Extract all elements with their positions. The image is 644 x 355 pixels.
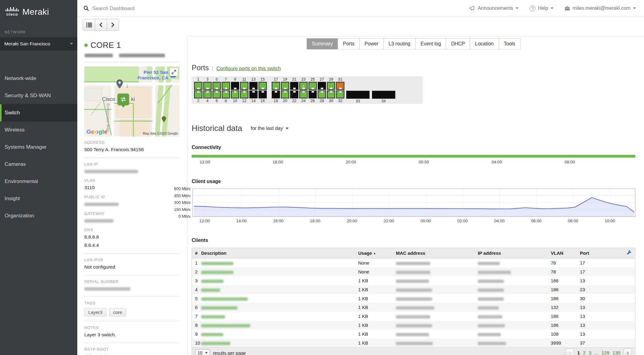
- client-description-link-redacted[interactable]: [201, 280, 224, 283]
- device-location-marker[interactable]: [117, 94, 129, 105]
- client-description-link-redacted[interactable]: [201, 288, 220, 292]
- google-logo[interactable]: Google: [86, 128, 107, 135]
- pagination-prev-button[interactable]: ‹: [565, 349, 574, 355]
- redacted-text: [84, 219, 113, 223]
- port-6[interactable]: [213, 90, 221, 98]
- port-4[interactable]: [203, 90, 212, 98]
- tab-location[interactable]: Location: [470, 38, 499, 49]
- sidebar-item-wireless[interactable]: Wireless: [0, 121, 77, 139]
- next-device-button[interactable]: [107, 19, 119, 31]
- pagination-page-130[interactable]: 130: [612, 350, 620, 355]
- port-29[interactable]: [327, 82, 335, 90]
- client-description-link-redacted[interactable]: [201, 306, 237, 310]
- network-selector[interactable]: Meraki San Francisco: [0, 37, 77, 50]
- port-21[interactable]: [290, 82, 298, 90]
- sidebar-item-environmental[interactable]: Environmental: [0, 173, 77, 190]
- port-26[interactable]: [309, 90, 317, 98]
- client-description-link-redacted[interactable]: [201, 324, 250, 327]
- previous-device-button[interactable]: [95, 19, 107, 31]
- port-12[interactable]: [240, 90, 248, 98]
- time-range-dropdown[interactable]: for the last day: [251, 126, 289, 131]
- port-17[interactable]: [272, 82, 280, 90]
- port-33[interactable]: [346, 91, 370, 99]
- port-column-29: 2930: [327, 77, 335, 103]
- map-expand-button[interactable]: [170, 68, 178, 76]
- port-23[interactable]: ↑: [299, 82, 308, 90]
- port-24[interactable]: [299, 90, 308, 98]
- port-9[interactable]: [231, 82, 239, 90]
- tab-power[interactable]: Power: [359, 38, 384, 49]
- port-13[interactable]: [249, 82, 258, 90]
- column-header-mac-address[interactable]: MAC address: [396, 248, 478, 258]
- column-header-description[interactable]: Description: [201, 248, 358, 258]
- column-header-vlan[interactable]: VLAN: [551, 248, 580, 258]
- sidebar-item-cameras[interactable]: Cameras: [0, 156, 77, 173]
- tab-event-log[interactable]: Event log: [415, 38, 446, 49]
- port-2[interactable]: [194, 90, 202, 98]
- account-menu[interactable]: miles.meraki@meraki.com: [565, 6, 636, 11]
- port-34[interactable]: [372, 91, 395, 99]
- port-22[interactable]: [290, 90, 298, 98]
- tab-l3-routing[interactable]: L3 routing: [383, 38, 416, 49]
- pagination-page-3[interactable]: 3: [589, 350, 592, 355]
- column-header-port[interactable]: Port: [580, 248, 617, 258]
- port-27[interactable]: [318, 82, 326, 90]
- tag-core[interactable]: core: [109, 308, 126, 316]
- sidebar-item-insight[interactable]: Insight: [0, 190, 77, 207]
- tab-dhcp[interactable]: DHCP: [446, 38, 470, 49]
- announcements-menu[interactable]: Announcements: [470, 6, 519, 11]
- column-header-ip-address[interactable]: IP address: [478, 248, 551, 258]
- port-column-25: 2526: [309, 77, 317, 103]
- port-15[interactable]: [259, 82, 267, 90]
- sidebar-item-systems-manager[interactable]: Systems Manager: [0, 139, 77, 156]
- port-20[interactable]: [281, 90, 289, 98]
- cisco-meraki-logo[interactable]: cisco Meraki: [0, 0, 77, 17]
- search-input[interactable]: Search Dashboard: [83, 6, 470, 11]
- client-description-link-redacted[interactable]: [201, 297, 248, 301]
- port-18[interactable]: [272, 90, 280, 98]
- tab-ports[interactable]: Ports: [338, 38, 359, 49]
- sidebar-item-switch[interactable]: Switch: [0, 104, 77, 121]
- meraki-wordmark: Meraki: [22, 8, 49, 17]
- port-19[interactable]: [281, 82, 289, 90]
- pagination-page-129[interactable]: 129: [601, 350, 609, 355]
- client-row-9: 91 KB10813: [192, 330, 635, 338]
- port-3[interactable]: [203, 82, 212, 90]
- location-map[interactable]: Pier 52 SanFrancisco, CA Cisco ki: [84, 67, 179, 136]
- port-28[interactable]: [318, 90, 326, 98]
- port-31[interactable]: [336, 82, 344, 90]
- column-header-usage[interactable]: Usage▲: [358, 248, 396, 258]
- client-description-link-redacted[interactable]: [201, 333, 223, 336]
- results-per-page-select[interactable]: 10: [195, 349, 210, 355]
- client-description-link-redacted[interactable]: [201, 315, 225, 319]
- tab-tools[interactable]: Tools: [499, 38, 520, 49]
- port-5[interactable]: [213, 82, 221, 90]
- help-menu[interactable]: ? Help: [530, 6, 554, 11]
- client-description-link-redacted[interactable]: [201, 262, 233, 265]
- sidebar-item-organization[interactable]: Organization: [0, 207, 77, 224]
- port-11[interactable]: [240, 82, 248, 90]
- port-10[interactable]: [231, 90, 239, 98]
- port-16[interactable]: [259, 90, 267, 98]
- port-8[interactable]: [222, 90, 230, 98]
- tab-summary[interactable]: Summary: [307, 38, 338, 49]
- x-axis-tick: 00:00: [420, 219, 431, 223]
- table-settings-button[interactable]: [617, 248, 635, 258]
- port-25[interactable]: [309, 82, 317, 90]
- pagination-next-button[interactable]: ›: [623, 349, 632, 355]
- pagination-page-1[interactable]: 1: [577, 350, 580, 355]
- device-list-button[interactable]: [83, 19, 95, 31]
- port-30[interactable]: [327, 90, 335, 98]
- port-7[interactable]: [222, 82, 230, 90]
- tag-layer3[interactable]: Layer3: [84, 308, 106, 316]
- configure-ports-link[interactable]: Configure ports on this switch: [217, 66, 281, 71]
- column-header-num[interactable]: #: [192, 248, 201, 258]
- client-description-link-redacted[interactable]: [201, 271, 233, 274]
- port-14[interactable]: [249, 90, 258, 98]
- sidebar-item-network-wide[interactable]: Network-wide: [0, 70, 77, 87]
- sidebar-item-security-sd-wan[interactable]: Security & SD-WAN: [0, 87, 77, 104]
- pagination-page-2[interactable]: 2: [583, 350, 586, 355]
- client-description-link-redacted[interactable]: [201, 342, 230, 345]
- port-1[interactable]: [194, 82, 202, 90]
- port-32[interactable]: [336, 90, 344, 98]
